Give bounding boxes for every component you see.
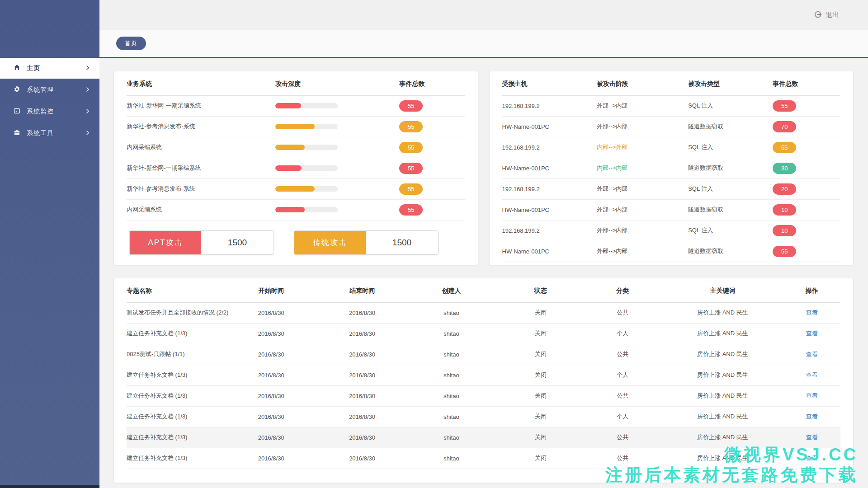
business-system-name: 新华社-新华网-一期采编系统 bbox=[127, 164, 201, 171]
attack-stage: 内部-->外部 bbox=[597, 144, 627, 150]
logout-icon bbox=[814, 10, 822, 20]
view-link[interactable]: 查看 bbox=[806, 309, 818, 316]
host-name: 192.168.199.2 bbox=[502, 227, 540, 234]
status: 关闭 bbox=[535, 330, 547, 337]
event-count-badge: 70 bbox=[773, 121, 796, 132]
event-count-badge: 55 bbox=[399, 163, 423, 174]
attack-type: 隧道数据窃取 bbox=[688, 206, 723, 213]
end-time: 2016/8/30 bbox=[349, 455, 375, 462]
end-time: 2016/8/30 bbox=[349, 372, 375, 379]
end-time: 2016/8/30 bbox=[349, 330, 375, 337]
event-count-badge: 55 bbox=[399, 121, 423, 132]
attack-stage: 外部-->内部 bbox=[597, 227, 627, 234]
col-header-business-system: 业务系统 bbox=[127, 73, 275, 95]
host-panel: 受损主机 被攻击阶段 被攻击类型 事件总数 192.168.199.2外部-->… bbox=[489, 71, 854, 265]
col-header-status: 状态 bbox=[498, 280, 583, 302]
topic-row: 建立任务补充文档 (1/3)2016/8/302016/8/30shitao关闭… bbox=[127, 406, 840, 427]
host-row: 192.168.199.2外部-->内部SQL 注入55 bbox=[502, 95, 841, 116]
start-time: 2016/8/30 bbox=[258, 393, 284, 399]
creator: shitao bbox=[443, 413, 459, 420]
sidebar-item-0[interactable]: 主页 bbox=[0, 58, 99, 79]
sidebar-item-label: 主页 bbox=[27, 64, 85, 72]
topic-name: 建立任务补充文档 (1/3) bbox=[127, 455, 187, 461]
col-header-event-total: 事件总数 bbox=[380, 73, 465, 95]
creator: shitao bbox=[443, 310, 459, 316]
attack-type: SQL 注入 bbox=[688, 185, 713, 192]
attack-row: 内网采编系统55 bbox=[127, 199, 465, 220]
attack-type: 隧道数据窃取 bbox=[688, 123, 723, 130]
start-time: 2016/8/30 bbox=[258, 310, 284, 316]
event-count-badge: 10 bbox=[773, 225, 796, 236]
status: 关闭 bbox=[535, 392, 547, 399]
keywords: 房价上涨 AND 民生 bbox=[697, 392, 748, 399]
topic-row: 建立任务补充文档 (1/3)2016/8/302016/8/30shitao关闭… bbox=[127, 323, 840, 344]
attack-type: SQL 注入 bbox=[688, 227, 713, 234]
topic-name: 建立任务补充文档 (1/3) bbox=[127, 330, 187, 337]
business-system-name: 新华社-参考消息发布-系统 bbox=[127, 123, 195, 130]
attack-stage: 外部-->内部 bbox=[597, 248, 627, 254]
end-time: 2016/8/30 bbox=[349, 434, 375, 441]
event-count-badge: 55 bbox=[399, 142, 423, 153]
view-link[interactable]: 查看 bbox=[806, 413, 818, 420]
home-icon bbox=[14, 64, 20, 72]
sidebar-item-3[interactable]: 系统工具 bbox=[0, 123, 99, 144]
attack-depth-bar bbox=[275, 165, 338, 171]
creator: shitao bbox=[443, 455, 459, 462]
end-time: 2016/8/30 bbox=[349, 393, 375, 399]
host-name: HW-Name-001PC bbox=[502, 206, 550, 213]
host-name: 192.168.199.2 bbox=[502, 144, 540, 151]
col-header-end-time: 结束时间 bbox=[319, 280, 405, 302]
col-header-attack-depth: 攻击深度 bbox=[275, 73, 380, 95]
creator: shitao bbox=[443, 330, 459, 337]
view-link[interactable]: 查看 bbox=[806, 330, 818, 337]
chevron-right-icon bbox=[85, 86, 90, 94]
event-count-badge: 55 bbox=[399, 204, 423, 216]
view-link[interactable]: 查看 bbox=[806, 351, 818, 357]
chevron-right-icon bbox=[85, 130, 90, 137]
attack-stats: APT攻击1500传统攻击1500 bbox=[129, 230, 465, 255]
attack-row: 新华社-新华网-一期采编系统55 bbox=[127, 95, 465, 116]
sidebar-item-label: 系统工具 bbox=[27, 129, 85, 137]
col-header-attack-stage: 被攻击阶段 bbox=[597, 73, 688, 95]
view-link[interactable]: 查看 bbox=[806, 392, 818, 399]
attack-row: 新华社-参考消息发布-系统55 bbox=[127, 116, 465, 137]
topbar: 退出 bbox=[99, 0, 868, 30]
col-header-keywords: 主关键词 bbox=[662, 280, 783, 302]
attack-depth-bar bbox=[275, 103, 338, 108]
host-row: HW-Name-001PC外部-->内部隧道数据窃取70 bbox=[502, 116, 841, 137]
toolbox-icon bbox=[14, 129, 20, 137]
col-header-category: 分类 bbox=[584, 280, 662, 302]
attack-stage: 内部-->内部 bbox=[597, 164, 627, 171]
topic-row: 建立任务补充文档 (1/3)2016/8/302016/8/30shitao关闭… bbox=[127, 365, 840, 385]
view-link[interactable]: 查看 bbox=[806, 371, 818, 378]
host-row: 192.168.199.2内部-->外部SQL 注入55 bbox=[502, 137, 841, 158]
tab-home[interactable]: 首页 bbox=[116, 37, 146, 50]
attack-row: 新华社-参考消息发布-系统55 bbox=[127, 178, 465, 199]
attack-stage: 外部-->内部 bbox=[597, 185, 627, 192]
main-content: 业务系统 攻击深度 事件总数 新华社-新华网-一期采编系统55新华社-参考消息发… bbox=[99, 59, 868, 488]
logout-button[interactable]: 退出 bbox=[814, 10, 839, 20]
stat-box-1: 传统攻击1500 bbox=[294, 230, 439, 255]
host-name: HW-Name-001PC bbox=[502, 165, 550, 172]
category: 个人 bbox=[617, 330, 628, 337]
event-count-badge: 10 bbox=[773, 204, 796, 216]
attack-depth-bar bbox=[275, 124, 338, 129]
topic-row: 建立任务补充文档 (1/3)2016/8/302016/8/30shitao关闭… bbox=[127, 448, 840, 469]
sidebar-item-1[interactable]: 系统管理 bbox=[0, 80, 99, 100]
end-time: 2016/8/30 bbox=[349, 413, 375, 420]
sidebar-item-2[interactable]: 系统监控 bbox=[0, 101, 99, 122]
category: 公共 bbox=[617, 351, 628, 357]
attack-type: SQL 注入 bbox=[688, 102, 713, 109]
view-link[interactable]: 查看 bbox=[806, 455, 818, 461]
chevron-right-icon bbox=[85, 108, 90, 115]
event-count-badge: 55 bbox=[773, 246, 796, 257]
view-link[interactable]: 查看 bbox=[806, 434, 818, 441]
status: 关闭 bbox=[535, 309, 547, 316]
event-count-badge: 30 bbox=[773, 163, 796, 174]
attack-type: 隧道数据窃取 bbox=[688, 248, 723, 254]
keywords: 房价上涨 AND 民生 bbox=[697, 330, 748, 337]
stat-box-0: APT攻击1500 bbox=[129, 230, 274, 255]
attack-type: 隧道数据窃取 bbox=[688, 164, 723, 171]
creator: shitao bbox=[443, 351, 459, 358]
col-header-action: 操作 bbox=[783, 280, 840, 302]
